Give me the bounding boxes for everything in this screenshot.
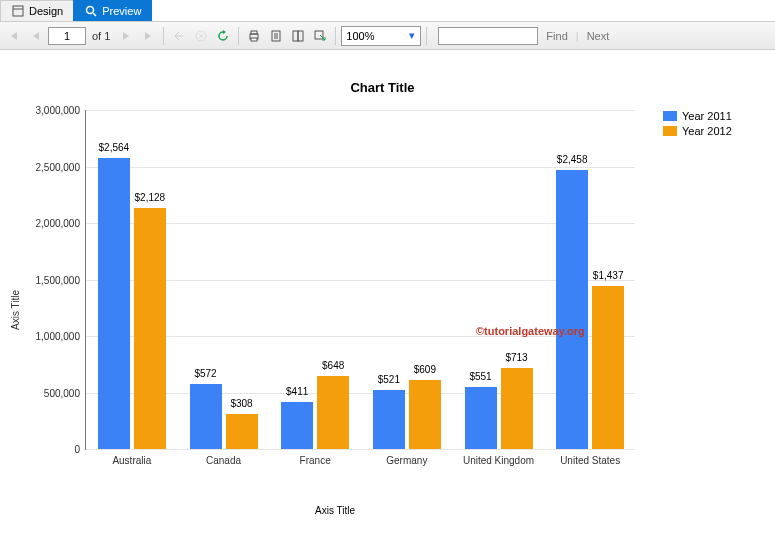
bar-value-label: $521 <box>378 374 400 385</box>
bar: $308 <box>226 414 258 449</box>
preview-icon <box>84 4 98 18</box>
y-tick-label: 2,500,000 <box>36 161 81 172</box>
bar-value-label: $2,564 <box>99 142 130 153</box>
x-tick-label: Germany <box>386 455 427 466</box>
y-tick-label: 3,000,000 <box>36 105 81 116</box>
separator <box>335 27 336 45</box>
y-tick-label: 2,000,000 <box>36 218 81 229</box>
last-page-button[interactable] <box>138 26 158 46</box>
zoom-select[interactable]: 100% ▾ <box>341 26 421 46</box>
legend-label: Year 2011 <box>682 110 732 122</box>
zoom-value: 100% <box>346 30 374 42</box>
bar-value-label: $411 <box>286 386 308 397</box>
x-tick-label: Australia <box>112 455 151 466</box>
find-sep: | <box>576 30 579 42</box>
next-page-button[interactable] <box>116 26 136 46</box>
y-tick-label: 1,500,000 <box>36 274 81 285</box>
find-input[interactable] <box>438 27 538 45</box>
bar-group: $411$648 <box>279 376 351 449</box>
bar: $2,458 <box>556 170 588 449</box>
find-link[interactable]: Find <box>540 30 573 42</box>
svg-rect-0 <box>13 6 23 16</box>
tab-preview-label: Preview <box>102 5 141 17</box>
bar: $1,437 <box>592 286 624 449</box>
svg-rect-5 <box>251 38 257 41</box>
x-axis-title: Axis Title <box>25 505 645 516</box>
x-tick-label: Canada <box>206 455 241 466</box>
grid-line <box>86 280 635 281</box>
grid-line <box>86 167 635 168</box>
bar-value-label: $648 <box>322 360 344 371</box>
chevron-down-icon: ▾ <box>404 29 420 42</box>
legend-item: Year 2011 <box>663 110 732 122</box>
legend-item: Year 2012 <box>663 125 732 137</box>
bar: $713 <box>501 368 533 449</box>
page-setup-button[interactable] <box>288 26 308 46</box>
bar: $411 <box>281 402 313 449</box>
grid-line <box>86 449 635 450</box>
svg-rect-8 <box>298 31 303 41</box>
stop-button[interactable] <box>191 26 211 46</box>
tab-design-label: Design <box>29 5 63 17</box>
bar: $2,564 <box>98 158 130 449</box>
bar-value-label: $2,128 <box>135 192 166 203</box>
bar-value-label: $2,458 <box>557 154 588 165</box>
bar-value-label: $609 <box>414 364 436 375</box>
tab-bar: Design Preview <box>0 0 775 22</box>
refresh-button[interactable] <box>213 26 233 46</box>
export-button[interactable] <box>310 26 330 46</box>
report-toolbar: of 1 100% ▾ Find | Next <box>0 22 775 50</box>
bar: $648 <box>317 376 349 449</box>
y-tick-label: 500,000 <box>44 387 80 398</box>
bar-group: $551$713 <box>463 368 535 449</box>
bar: $551 <box>465 387 497 449</box>
x-tick-label: United Kingdom <box>463 455 534 466</box>
chart-title: Chart Title <box>10 80 755 95</box>
design-icon <box>11 4 25 18</box>
y-tick-label: 0 <box>74 444 80 455</box>
prev-page-button[interactable] <box>26 26 46 46</box>
svg-rect-9 <box>315 31 323 39</box>
bar-value-label: $713 <box>505 352 527 363</box>
grid-line <box>86 110 635 111</box>
bar-value-label: $308 <box>230 398 252 409</box>
plot-area: 0500,0001,000,0001,500,0002,000,0002,500… <box>25 105 645 475</box>
svg-rect-7 <box>293 31 298 41</box>
tab-preview[interactable]: Preview <box>73 0 152 21</box>
bar-value-label: $1,437 <box>593 270 624 281</box>
print-layout-button[interactable] <box>266 26 286 46</box>
legend-swatch <box>663 126 677 136</box>
bar: $609 <box>409 380 441 449</box>
separator <box>238 27 239 45</box>
legend-label: Year 2012 <box>682 125 732 137</box>
y-tick-label: 1,000,000 <box>36 331 81 342</box>
svg-rect-4 <box>251 31 257 34</box>
bar: $2,128 <box>134 208 166 449</box>
first-page-button[interactable] <box>4 26 24 46</box>
legend: Year 2011 Year 2012 <box>663 110 732 516</box>
bar: $572 <box>190 384 222 449</box>
page-of-text: of 1 <box>88 30 114 42</box>
next-link[interactable]: Next <box>581 30 616 42</box>
svg-point-1 <box>87 7 94 14</box>
bar-group: $521$609 <box>371 380 443 449</box>
y-axis-title: Axis Title <box>10 290 21 330</box>
separator <box>163 27 164 45</box>
bar: $521 <box>373 390 405 449</box>
back-button[interactable] <box>169 26 189 46</box>
print-button[interactable] <box>244 26 264 46</box>
bar-group: $2,564$2,128 <box>96 158 168 449</box>
separator <box>426 27 427 45</box>
chart-viewport: Chart Title Axis Title 0500,0001,000,000… <box>0 50 775 526</box>
page-input[interactable] <box>48 27 86 45</box>
bar-value-label: $551 <box>469 371 491 382</box>
x-tick-label: United States <box>560 455 620 466</box>
legend-swatch <box>663 111 677 121</box>
grid-line <box>86 393 635 394</box>
x-tick-label: France <box>300 455 331 466</box>
bar-value-label: $572 <box>194 368 216 379</box>
watermark: ©tutorialgateway.org <box>476 325 585 337</box>
grid-line <box>86 223 635 224</box>
bar-group: $572$308 <box>188 384 260 449</box>
tab-design[interactable]: Design <box>0 0 74 21</box>
